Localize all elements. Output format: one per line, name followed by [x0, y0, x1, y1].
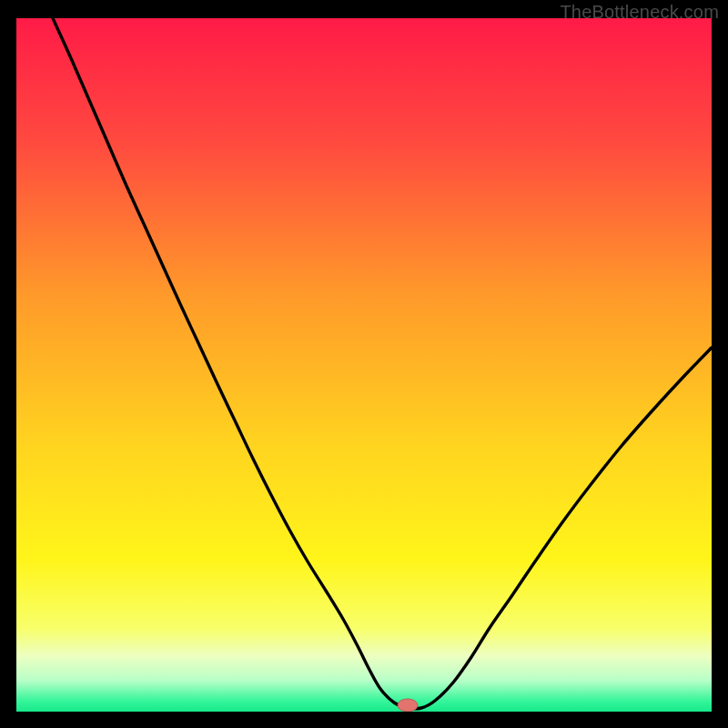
plot-area	[16, 18, 712, 712]
chart-svg	[16, 18, 712, 712]
chart-frame: TheBottleneck.com	[0, 0, 728, 728]
optimal-point-marker	[398, 699, 418, 712]
heat-background	[16, 18, 712, 712]
watermark-text: TheBottleneck.com	[560, 2, 719, 23]
